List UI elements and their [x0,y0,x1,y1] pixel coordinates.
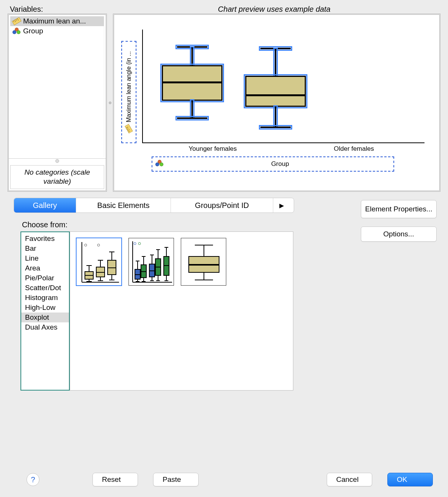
svg-point-33 [138,242,141,245]
type-item-bar[interactable]: Bar [21,244,69,253]
variables-panel: Maximum lean an... Group No categories (… [8,14,107,192]
element-properties-button[interactable]: Element Properties... [361,200,437,218]
chart-canvas[interactable]: Maximum lean angle (in ... [121,30,432,176]
reset-button[interactable]: Reset [92,473,138,486]
variable-item-label: Maximum lean an... [23,17,86,25]
thumb-1d-boxplot[interactable] [181,238,226,286]
type-item-scatter-dot[interactable]: Scatter/Dot [21,283,69,293]
chart-type-list[interactable]: Favorites Bar Line Area Pie/Polar Scatte… [20,231,70,391]
type-item-line[interactable]: Line [21,253,69,263]
variables-list[interactable]: Maximum lean an... Group [10,16,104,157]
svg-point-10 [85,244,87,246]
svg-point-32 [134,242,136,245]
gallery-thumbnails [70,231,293,391]
paste-button[interactable]: Paste [153,473,199,486]
options-button[interactable]: Options... [361,227,437,242]
y-axis-label: Maximum lean angle (in ... [125,51,132,122]
help-button[interactable]: ? [27,473,39,486]
preview-header-label: Chart preview uses example data [108,5,440,14]
tab-bar: Gallery Basic Elements Groups/Point ID ▶ [14,198,294,213]
tab-basic-elements[interactable]: Basic Elements [76,198,171,213]
no-categories-label: No categories (scale variable) [10,165,104,189]
boxplot-area[interactable] [142,30,425,143]
type-item-boxplot[interactable]: Boxplot [21,313,69,322]
thumb-clustered-boxplot[interactable] [128,238,174,286]
x-axis-drop-zone[interactable]: Group [152,156,394,172]
svg-point-11 [97,244,100,246]
ok-button[interactable]: OK [387,473,433,486]
tab-overflow-arrow[interactable]: ▶ [273,198,290,213]
type-item-favorites[interactable]: Favorites [21,234,69,244]
gallery-container: Favorites Bar Line Area Pie/Polar Scatte… [20,231,293,391]
choose-from-label: Choose from: [22,220,349,229]
type-item-high-low[interactable]: High-Low [21,303,69,313]
variable-item-label: Group [23,27,43,35]
chart-preview-panel: Maximum lean angle (in ... [113,14,440,192]
panel-splitter[interactable] [107,14,113,192]
svg-rect-5 [125,124,133,133]
type-item-pie-polar[interactable]: Pie/Polar [21,273,69,283]
y-axis-drop-zone[interactable]: Maximum lean angle (in ... [121,41,136,143]
x-category-labels: Younger females Older females [142,145,425,153]
svg-rect-0 [12,17,21,25]
variable-item[interactable]: Group [10,26,104,36]
ruler-icon [125,124,133,133]
x-category-label: Younger females [142,145,284,153]
type-item-dual-axes[interactable]: Dual Axes [21,322,69,332]
variables-label: Variables: [8,5,108,14]
ruler-icon [12,17,21,25]
variable-item[interactable]: Maximum lean an... [10,16,104,26]
cancel-button[interactable]: Cancel [327,473,372,486]
type-item-histogram[interactable]: Histogram [21,293,69,303]
x-axis-label: Group [167,160,393,168]
tab-groups-point-id[interactable]: Groups/Point ID [171,198,273,213]
thumb-simple-boxplot[interactable] [76,238,122,286]
tab-gallery[interactable]: Gallery [14,198,76,213]
nominal-icon [155,160,164,167]
nominal-icon [13,28,21,34]
x-category-label: Older females [284,145,425,153]
list-resize-handle[interactable] [9,158,106,164]
type-item-area[interactable]: Area [21,263,69,273]
